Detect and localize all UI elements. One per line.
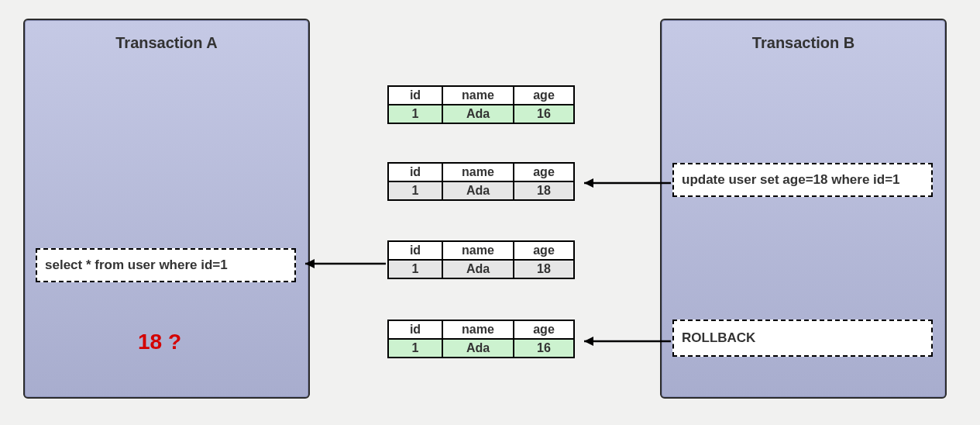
header-id: id — [388, 163, 442, 181]
header-age: age — [514, 86, 574, 105]
transaction-a-title: Transaction A — [25, 34, 308, 52]
table-header-row: id name age — [388, 320, 574, 339]
table-row: 1 Ada 16 — [388, 339, 574, 358]
transaction-b-title: Transaction B — [662, 34, 945, 52]
header-age: age — [514, 320, 574, 339]
snapshot-table-1: id name age 1 Ada 16 — [387, 85, 575, 124]
cell-name: Ada — [442, 339, 514, 358]
table-row: 1 Ada 18 — [388, 181, 574, 200]
cell-id: 1 — [388, 181, 442, 200]
arrow-table-to-select — [296, 256, 389, 271]
snapshot-table-2: id name age 1 Ada 18 — [387, 162, 575, 201]
header-id: id — [388, 241, 442, 260]
cell-name: Ada — [442, 181, 514, 200]
table-row: 1 Ada 18 — [388, 260, 574, 278]
table-header-row: id name age — [388, 86, 574, 105]
header-id: id — [388, 86, 442, 105]
cell-id: 1 — [388, 339, 442, 358]
svg-marker-1 — [584, 178, 593, 188]
cell-id: 1 — [388, 260, 442, 278]
cell-age: 16 — [514, 339, 574, 358]
header-name: name — [442, 163, 514, 181]
snapshot-table-4: id name age 1 Ada 16 — [387, 320, 575, 358]
cell-name: Ada — [442, 105, 514, 123]
cell-id: 1 — [388, 105, 442, 123]
cell-age: 16 — [514, 105, 574, 123]
transaction-b-rollback: ROLLBACK — [672, 320, 933, 357]
header-name: name — [442, 86, 514, 105]
arrow-update-to-table — [575, 175, 676, 191]
transaction-b-update: update user set age=18 where id=1 — [672, 163, 933, 197]
header-id: id — [388, 320, 442, 339]
cell-age: 18 — [514, 260, 574, 278]
cell-name: Ada — [442, 260, 514, 278]
header-name: name — [442, 320, 514, 339]
header-name: name — [442, 241, 514, 260]
header-age: age — [514, 163, 574, 181]
cell-age: 18 — [514, 181, 574, 200]
arrow-rollback-to-table — [575, 333, 676, 349]
header-age: age — [514, 241, 574, 260]
transaction-a-query: select * from user where id=1 — [36, 248, 296, 282]
table-header-row: id name age — [388, 241, 574, 260]
svg-marker-5 — [584, 337, 593, 346]
table-row: 1 Ada 16 — [388, 105, 574, 123]
snapshot-table-3: id name age 1 Ada 18 — [387, 240, 575, 279]
svg-marker-3 — [305, 259, 315, 268]
table-header-row: id name age — [388, 163, 574, 181]
dirty-read-question: 18 ? — [138, 330, 181, 354]
